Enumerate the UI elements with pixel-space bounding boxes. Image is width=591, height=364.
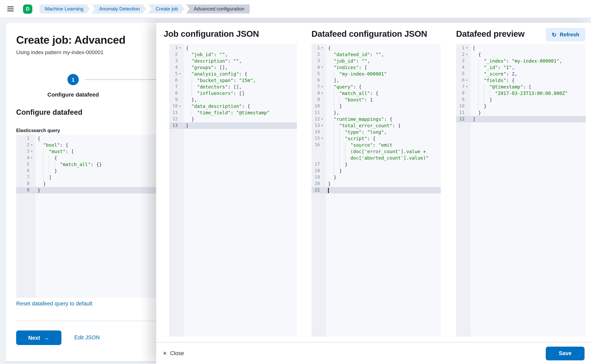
text-cursor bbox=[328, 188, 329, 193]
fold-arrow-icon: ▾ bbox=[465, 45, 469, 51]
space-avatar[interactable]: D bbox=[23, 4, 32, 13]
refresh-button-label: Refresh bbox=[560, 32, 579, 38]
fold-arrow-icon: ▾ bbox=[320, 64, 324, 71]
divider bbox=[16, 321, 165, 321]
code-line: 7▾"@timestamp": [ bbox=[456, 84, 586, 90]
elasticsearch-query-label: Elasticsearch query bbox=[16, 128, 60, 133]
code-line: 6} bbox=[16, 168, 165, 174]
datafeed-preview-editor[interactable]: 1▾[2▾{3"_index": "my-index-000001",4"_id… bbox=[456, 44, 586, 337]
next-button-label: Next bbox=[28, 335, 40, 341]
fold-arrow-icon: ▾ bbox=[320, 90, 324, 97]
breadcrumb-create-job[interactable]: Create job bbox=[148, 4, 184, 13]
code-line: 7▾"query": { bbox=[312, 84, 441, 90]
code-line: 13▾"total_error_count": { bbox=[312, 122, 441, 129]
menu-icon[interactable] bbox=[6, 3, 18, 15]
fold-arrow-icon: ▾ bbox=[29, 142, 34, 148]
job-configuration-editor[interactable]: 1▾{2"job_id": "",3"description": "",4"gr… bbox=[169, 44, 297, 337]
code-line: 3"_index": "my-index-000001", bbox=[456, 58, 586, 64]
code-line: 8} bbox=[16, 181, 165, 187]
code-line: 17} bbox=[312, 161, 441, 168]
code-line: 6], bbox=[312, 77, 441, 84]
code-line: 4▾"indices": [ bbox=[312, 64, 441, 71]
code-line: 11} bbox=[456, 110, 586, 116]
fold-arrow-icon: ▾ bbox=[465, 77, 469, 84]
code-line: 9} bbox=[16, 187, 165, 194]
save-button[interactable]: Save bbox=[546, 346, 585, 360]
flyout-footer: × Close Save bbox=[156, 342, 591, 364]
job-configuration-heading: Job configuration JSON bbox=[164, 29, 259, 39]
breadcrumb-advanced-configuration: Advanced configuration bbox=[186, 4, 250, 13]
code-line: 4"_id": "1", bbox=[456, 64, 586, 71]
step-1-indicator[interactable]: 1 bbox=[67, 74, 79, 85]
code-line: 2▾"bool": { bbox=[16, 142, 165, 148]
code-line: 12▾"runtime_mappings": { bbox=[312, 116, 441, 122]
fold-arrow-icon: ▾ bbox=[320, 45, 324, 51]
code-line: 8"2017-03-23T13:00:00.000Z" bbox=[456, 90, 586, 97]
close-icon: × bbox=[163, 350, 167, 357]
fold-arrow-icon: ▾ bbox=[465, 51, 469, 58]
code-line: 7] bbox=[16, 174, 165, 181]
refresh-button[interactable]: ↻ Refresh bbox=[546, 28, 585, 41]
code-line: 14"type": "long", bbox=[312, 129, 441, 135]
edit-json-flyout: Job configuration JSON Datafeed configur… bbox=[156, 23, 591, 364]
fold-arrow-icon: ▾ bbox=[320, 122, 324, 129]
code-line: 9] bbox=[456, 97, 586, 103]
reset-datafeed-query-link[interactable]: Reset datafeed query to default bbox=[16, 301, 92, 307]
code-line: 5"_score": 2, bbox=[456, 71, 586, 77]
top-header: D Machine Learning Anomaly Detection Cre… bbox=[0, 0, 591, 18]
code-line: 2"job_id": "", bbox=[169, 51, 297, 58]
code-line: 12] bbox=[456, 116, 586, 122]
code-line: 1▾{ bbox=[312, 45, 441, 51]
fold-arrow-icon: ▾ bbox=[178, 103, 182, 110]
close-button[interactable]: × Close bbox=[163, 350, 184, 357]
next-button[interactable]: Next → bbox=[16, 331, 61, 345]
refresh-icon: ↻ bbox=[552, 31, 557, 38]
code-line: 16"source": "emit bbox=[312, 142, 441, 148]
fold-arrow-icon: ▾ bbox=[320, 84, 324, 90]
step-1-label: Configure datafeed bbox=[40, 91, 106, 98]
code-line: 1{ bbox=[16, 135, 165, 142]
datafeed-configuration-editor[interactable]: 1▾{2"datafeed_id": "",3"job_id": "",4▾"i… bbox=[312, 44, 441, 337]
code-line: doc['aborted_count'].value)" bbox=[312, 155, 441, 161]
breadcrumb-machine-learning[interactable]: Machine Learning bbox=[39, 4, 90, 13]
code-line: 15▾"script": { bbox=[312, 135, 441, 142]
code-line: 10} bbox=[312, 103, 441, 110]
app-root: D Machine Learning Anomaly Detection Cre… bbox=[0, 0, 591, 364]
code-line: 1▾[ bbox=[456, 45, 586, 51]
code-line: 20} bbox=[312, 181, 441, 187]
fold-arrow-icon: ▾ bbox=[178, 71, 182, 77]
arrow-right-icon: → bbox=[44, 334, 49, 341]
edit-json-link[interactable]: Edit JSON bbox=[74, 334, 100, 341]
code-line: 7"detectors": [], bbox=[169, 84, 297, 90]
code-line: 4"groups": [], bbox=[169, 64, 297, 71]
fold-arrow-icon: ▾ bbox=[465, 84, 469, 90]
code-line: 21 bbox=[312, 187, 441, 194]
page-title: Create job: Advanced bbox=[16, 34, 125, 46]
code-line: 4▾{ bbox=[16, 155, 165, 161]
code-line: 8▾"match_all": { bbox=[312, 90, 441, 97]
code-line: 10▾"data_description": { bbox=[169, 103, 297, 110]
datafeed-configuration-heading: Datafeed configuration JSON bbox=[312, 29, 427, 39]
code-line: (doc['error_count'].value + bbox=[312, 148, 441, 155]
code-line: 10} bbox=[456, 103, 586, 110]
code-line: 5▾"analysis_config": { bbox=[169, 71, 297, 77]
code-line: 19} bbox=[312, 174, 441, 181]
breadcrumb-anomaly-detection[interactable]: Anomaly Detection bbox=[91, 4, 146, 13]
code-line: 5"my-index-000001" bbox=[312, 71, 441, 77]
code-line: 3"description": "", bbox=[169, 58, 297, 64]
code-line: 8"influencers": [] bbox=[169, 90, 297, 97]
breadcrumb: Machine Learning Anomaly Detection Creat… bbox=[39, 4, 250, 13]
configure-datafeed-heading: Configure datafeed bbox=[16, 108, 82, 117]
code-line: 1▾{ bbox=[169, 45, 297, 51]
fold-arrow-icon: ▾ bbox=[29, 148, 34, 155]
code-line: 2"datafeed_id": "", bbox=[312, 51, 441, 58]
close-button-label: Close bbox=[170, 350, 184, 356]
fold-arrow-icon: ▾ bbox=[320, 135, 324, 142]
code-line: 11}, bbox=[312, 110, 441, 116]
datafeed-preview-heading: Datafeed preview bbox=[456, 29, 525, 39]
code-line: 3▾"must": [ bbox=[16, 148, 165, 155]
code-line: 9}, bbox=[169, 97, 297, 103]
code-line: 3"job_id": "", bbox=[312, 58, 441, 64]
elasticsearch-query-editor[interactable]: 1{2▾"bool": {3▾"must": [4▾{5"match_all":… bbox=[16, 135, 165, 298]
index-pattern-subtitle: Using index pattern my-index-000001 bbox=[16, 49, 104, 55]
